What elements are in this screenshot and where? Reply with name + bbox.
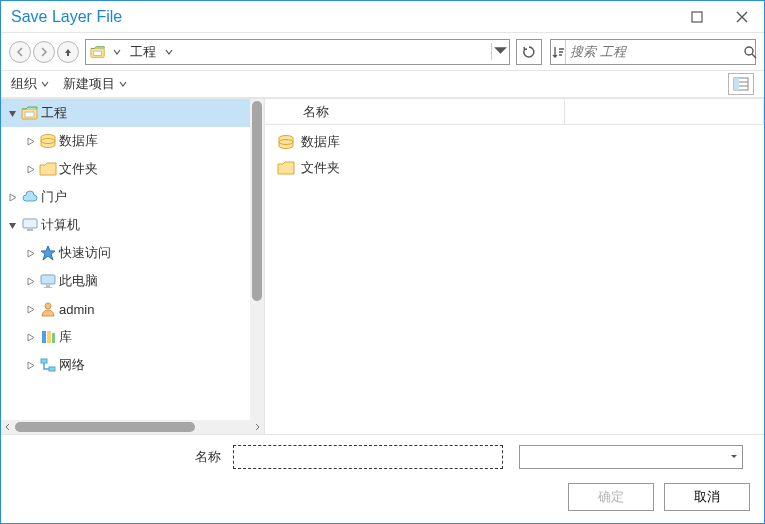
cloud-icon	[19, 188, 41, 206]
tree-item-label: 文件夹	[59, 160, 98, 178]
tree-item-network[interactable]: 网络	[1, 351, 264, 379]
tree-item-label: 此电脑	[59, 272, 98, 290]
svg-rect-13	[46, 285, 50, 287]
tree-item-portal[interactable]: 门户	[1, 183, 264, 211]
organize-label: 组织	[11, 75, 37, 93]
chevron-down-icon	[730, 453, 738, 461]
refresh-button[interactable]	[516, 39, 542, 65]
svg-rect-7	[25, 112, 34, 117]
close-button[interactable]	[719, 1, 764, 33]
nav-toolbar: 工程	[1, 33, 764, 71]
file-list-panel: 名称 数据库 文件夹	[265, 99, 764, 434]
tree-item-label: 库	[59, 328, 72, 346]
list-item-label: 数据库	[301, 133, 340, 151]
tree-item-label: 数据库	[59, 132, 98, 150]
dialog-body: 工程 数据库 文件夹 门户	[1, 99, 764, 434]
tree-hscrollbar[interactable]	[1, 420, 264, 434]
tree-item-library[interactable]: 库	[1, 323, 264, 351]
tree-item-thispc[interactable]: 此电脑	[1, 267, 264, 295]
dialog-footer: 名称 确定 取消	[1, 434, 764, 523]
view-mode-button[interactable]	[728, 73, 754, 95]
expand-icon[interactable]	[23, 333, 37, 342]
tree-vscrollbar[interactable]	[250, 99, 264, 420]
column-name[interactable]: 名称	[265, 99, 565, 124]
library-icon	[37, 328, 59, 346]
back-button[interactable]	[9, 41, 31, 63]
filename-input[interactable]	[233, 445, 503, 469]
svg-rect-16	[42, 331, 46, 343]
svg-rect-18	[52, 333, 55, 343]
file-list[interactable]: 数据库 文件夹	[265, 125, 764, 434]
search-input[interactable]	[566, 44, 743, 59]
svg-rect-12	[41, 275, 55, 284]
filename-label: 名称	[15, 448, 225, 466]
expand-icon[interactable]	[5, 193, 19, 202]
svg-rect-14	[44, 287, 52, 288]
tree-item-project[interactable]: 工程	[1, 99, 264, 127]
new-item-menu[interactable]: 新建项目	[63, 75, 127, 93]
svg-rect-17	[47, 331, 51, 343]
scrollbar-thumb[interactable]	[15, 422, 195, 432]
path-history-dropdown[interactable]	[491, 43, 509, 60]
database-icon	[37, 132, 59, 150]
path-box[interactable]: 工程	[85, 39, 510, 65]
tree-item-folder[interactable]: 文件夹	[1, 155, 264, 183]
scrollbar-thumb[interactable]	[252, 101, 262, 301]
search-box	[550, 39, 756, 65]
folder-tree: 工程 数据库 文件夹 门户	[1, 99, 265, 434]
tree-item-label: admin	[59, 302, 94, 317]
filetype-select[interactable]	[519, 445, 743, 469]
star-icon	[37, 244, 59, 262]
tree-item-label: 网络	[59, 356, 85, 374]
svg-rect-10	[23, 219, 37, 228]
sort-button[interactable]	[551, 40, 566, 64]
monitor-icon	[37, 272, 59, 290]
scroll-right-icon[interactable]	[250, 420, 264, 434]
svg-rect-19	[41, 359, 47, 363]
collapse-icon[interactable]	[5, 221, 19, 230]
tree-item-label: 快速访问	[59, 244, 111, 262]
collapse-icon[interactable]	[5, 109, 19, 118]
expand-icon[interactable]	[23, 249, 37, 258]
tree-item-admin[interactable]: admin	[1, 295, 264, 323]
list-item[interactable]: 文件夹	[265, 155, 764, 181]
expand-icon[interactable]	[23, 137, 37, 146]
new-item-label: 新建项目	[63, 75, 115, 93]
database-icon	[277, 133, 295, 151]
ok-button[interactable]: 确定	[568, 483, 654, 511]
expand-icon[interactable]	[23, 361, 37, 370]
column-header-row: 名称	[265, 99, 764, 125]
tree-item-quickaccess[interactable]: 快速访问	[1, 239, 264, 267]
svg-point-3	[745, 47, 753, 55]
scroll-left-icon[interactable]	[1, 420, 15, 434]
forward-button[interactable]	[33, 41, 55, 63]
path-root-dropdown[interactable]	[110, 48, 124, 56]
expand-icon[interactable]	[23, 305, 37, 314]
expand-icon[interactable]	[23, 277, 37, 286]
maximize-button[interactable]	[674, 1, 719, 33]
svg-rect-20	[49, 367, 55, 371]
svg-rect-11	[27, 229, 33, 231]
tree-item-database[interactable]: 数据库	[1, 127, 264, 155]
tree-item-computer[interactable]: 计算机	[1, 211, 264, 239]
search-icon[interactable]	[743, 45, 757, 59]
window-title: Save Layer File	[11, 8, 674, 26]
folder-open-icon	[86, 41, 110, 63]
save-dialog: Save Layer File 工程	[0, 0, 765, 524]
list-item-label: 文件夹	[301, 159, 340, 177]
path-segment[interactable]: 工程	[124, 43, 162, 61]
list-item[interactable]: 数据库	[265, 129, 764, 155]
network-icon	[37, 356, 59, 374]
button-row: 确定 取消	[15, 483, 750, 511]
up-button[interactable]	[57, 41, 79, 63]
cancel-button[interactable]: 取消	[664, 483, 750, 511]
svg-point-15	[45, 303, 51, 309]
titlebar: Save Layer File	[1, 1, 764, 33]
svg-rect-0	[692, 12, 702, 22]
chevron-down-icon[interactable]	[162, 48, 176, 56]
folder-icon	[277, 159, 295, 177]
column-spacer	[565, 99, 764, 124]
expand-icon[interactable]	[23, 165, 37, 174]
tree-list[interactable]: 工程 数据库 文件夹 门户	[1, 99, 264, 420]
organize-menu[interactable]: 组织	[11, 75, 49, 93]
